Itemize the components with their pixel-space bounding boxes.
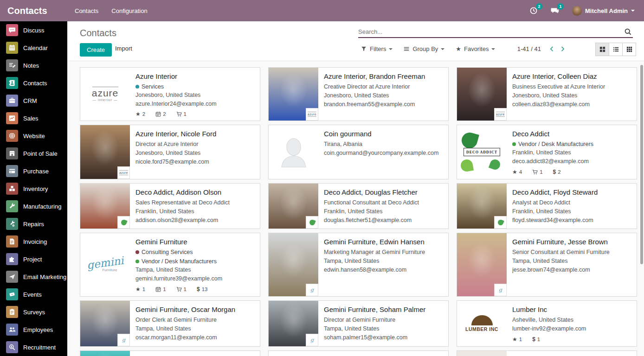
contact-card[interactable]: g Gemini Furniture, Oscar Morgan Order C… (80, 300, 260, 347)
contact-email[interactable]: lumber-inv92@example.com (512, 324, 631, 333)
contact-card[interactable]: azure Azure Interior, Colleen Diaz Busin… (457, 67, 637, 121)
favorites-dropdown[interactable]: ★ Favorites (456, 45, 495, 52)
sidebar-item-calendar[interactable]: Calendar (0, 39, 67, 57)
cart-badge[interactable]: 1 (532, 169, 542, 175)
contact-card[interactable]: g Gemini Furniture, Soham Palmer Directo… (268, 300, 449, 347)
contact-email[interactable]: jesse.brown74@example.com (512, 266, 631, 274)
app-brand[interactable]: Contacts (0, 6, 67, 16)
contact-email[interactable]: oscar.morgan11@example.com (135, 333, 254, 342)
contact-name[interactable]: Lumber Inc (512, 305, 631, 314)
sidebar-item-discuss[interactable]: Discuss (0, 21, 67, 39)
star-badge[interactable]: ★1 (135, 286, 145, 292)
sidebar-item-sales[interactable]: Sales (0, 109, 67, 127)
contact-card[interactable]: Deco Addict, Floyd Steward Analyst at De… (457, 183, 637, 229)
contact-email[interactable]: floyd.steward34@example.com (512, 216, 631, 225)
messages-menu-button[interactable]: 1 (551, 6, 559, 15)
sidebar-item-employees[interactable]: Employees (0, 321, 67, 338)
calendar-badge[interactable]: 1 (155, 286, 166, 292)
contact-name[interactable]: Gemini Furniture, Oscar Morgan (135, 305, 254, 314)
contact-email[interactable]: douglas.fletcher51@example.com (324, 216, 443, 225)
star-badge[interactable]: ★2 (135, 111, 145, 117)
star-badge[interactable]: ★4 (512, 169, 522, 175)
contact-name[interactable]: Gemini Furniture (135, 237, 254, 247)
import-button[interactable]: Import (115, 45, 132, 52)
kanban-view-button[interactable] (595, 43, 609, 56)
menu-configuration[interactable]: Configuration (111, 7, 147, 14)
contact-email[interactable]: soham.palmer15@example.com (324, 333, 443, 342)
contact-card[interactable]: Deco Addict, Douglas Fletcher Functional… (268, 183, 449, 229)
page-title[interactable]: Contacts (80, 27, 116, 39)
contact-email[interactable]: addison.olson28@example.com (135, 216, 254, 225)
sidebar-item-point-of-sale[interactable]: Point of Sale (0, 145, 67, 162)
contact-card[interactable]: azure— interior — Azure Interior Service… (80, 67, 260, 121)
contact-card[interactable]: My Company, Chicago, Jeff Lawson (457, 350, 637, 356)
list-view-button[interactable] (609, 43, 623, 56)
sidebar-item-contacts[interactable]: Contacts (0, 74, 67, 92)
vertical-scrollbar[interactable] (640, 65, 643, 264)
contact-email[interactable]: azure.Interior24@example.com (135, 100, 254, 108)
sidebar-item-purchase[interactable]: Purchase (0, 162, 67, 180)
contact-card[interactable]: My Company, Chicago (268, 350, 449, 356)
contact-name[interactable]: Gemini Furniture, Jesse Brown (512, 237, 631, 247)
contact-name[interactable]: Deco Addict (512, 129, 631, 139)
contact-name[interactable]: Azure Interior, Nicole Ford (135, 129, 254, 139)
sidebar-item-surveys[interactable]: Surveys (0, 303, 67, 321)
activity-menu-button[interactable]: 2 (529, 6, 538, 15)
contact-name[interactable]: Gemini Furniture, Soham Palmer (324, 305, 443, 314)
user-menu[interactable]: Mitchell Admin (572, 6, 635, 16)
money-badge[interactable]: $13 (197, 286, 207, 292)
grid-view-button[interactable] (622, 43, 636, 56)
contact-email[interactable]: colleen.diaz83@example.com (512, 100, 631, 109)
contact-email[interactable]: brandon.freeman55@example.com (324, 100, 443, 109)
sidebar-item-website[interactable]: Website (0, 127, 67, 145)
contact-card[interactable]: g Gemini Furniture, Edwin Hansen Marketi… (268, 233, 449, 297)
menu-contacts[interactable]: Contacts (75, 7, 98, 14)
calendar-badge[interactable]: 2 (155, 111, 166, 117)
contact-email[interactable]: edwin.hansen58@example.com (324, 266, 443, 274)
filters-dropdown[interactable]: Filters (361, 45, 393, 52)
contact-card[interactable]: azure Azure Interior, Brandon Freeman Cr… (268, 67, 449, 121)
contact-card[interactable]: LUMBER INC Lumber Inc Asheville, United … (457, 300, 637, 347)
sidebar-item-invoicing[interactable]: Invoicing (0, 233, 67, 250)
contact-name[interactable]: Deco Addict, Floyd Steward (512, 187, 631, 197)
contact-name[interactable]: Gemini Furniture, Edwin Hansen (324, 237, 443, 247)
star-badge[interactable]: ★1 (512, 337, 522, 342)
contact-email[interactable]: gemini.furniture39@example.com (135, 274, 254, 283)
contact-card[interactable]: azure Azure Interior, Nicole Ford Direct… (80, 125, 260, 179)
sidebar-item-inventory[interactable]: Inventory (0, 180, 67, 197)
money-badge[interactable]: $2 (553, 169, 561, 175)
pager-previous-button[interactable] (548, 45, 555, 52)
contact-name[interactable]: Azure Interior, Brandon Freeman (324, 71, 443, 81)
contact-card[interactable]: Lumber Inc, Lorraine Douglas (80, 350, 260, 356)
money-badge[interactable]: $1 (532, 336, 540, 343)
sidebar-item-project[interactable]: Project (0, 250, 67, 268)
sidebar-item-repairs[interactable]: Repairs (0, 215, 67, 233)
sidebar-item-recruitment[interactable]: Recruitment (0, 338, 67, 356)
sidebar-item-notes[interactable]: Notes (0, 57, 67, 74)
contact-name[interactable]: Coin gourmand (324, 129, 443, 139)
cart-badge[interactable]: 1 (176, 111, 187, 117)
contact-name[interactable]: Azure Interior, Colleen Diaz (512, 71, 631, 81)
sidebar-item-events[interactable]: Events (0, 286, 67, 303)
contact-email[interactable]: nicole.ford75@example.com (135, 158, 254, 166)
contact-name[interactable]: Deco Addict, Addison Olson (135, 187, 254, 197)
search-input[interactable] (358, 28, 623, 35)
create-button[interactable]: Create (80, 43, 112, 57)
search-icon[interactable] (623, 28, 633, 36)
contact-email[interactable]: deco.addict82@example.com (512, 157, 631, 166)
sidebar-item-crm[interactable]: CRM (0, 92, 67, 109)
contact-card[interactable]: geminiFurniture Gemini Furniture Consult… (80, 233, 260, 297)
contact-card[interactable]: DECO ADDICT Deco Addict Vendor / Desk Ma… (457, 125, 637, 179)
sidebar-item-email-marketing[interactable]: Email Marketing (0, 268, 67, 286)
contact-card[interactable]: Deco Addict, Addison Olson Sales Represe… (80, 183, 260, 229)
contact-name[interactable]: Deco Addict, Douglas Fletcher (324, 187, 443, 197)
contact-name[interactable]: Azure Interior (135, 71, 254, 81)
calendar-icon (155, 286, 161, 292)
group-by-dropdown[interactable]: Group By (404, 45, 444, 52)
contact-card[interactable]: Coin gourmand Tirana, Albania coin.gourm… (268, 125, 449, 179)
contact-email[interactable]: coin.gourmand@yourcompany.example.com (324, 149, 443, 158)
contact-card[interactable]: g Gemini Furniture, Jesse Brown Senior C… (457, 233, 637, 297)
cart-badge[interactable]: 1 (176, 286, 187, 292)
pager-next-button[interactable] (559, 45, 566, 52)
sidebar-item-manufacturing[interactable]: Manufacturing (0, 197, 67, 215)
